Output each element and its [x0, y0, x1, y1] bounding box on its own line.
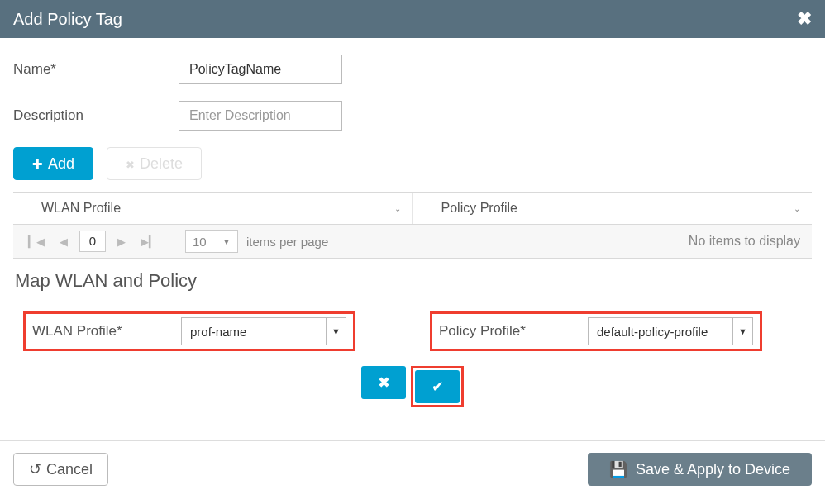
first-page-icon[interactable]: ▎◀ [25, 235, 48, 248]
chevron-down-icon: ⌄ [794, 204, 800, 213]
page-size-select[interactable]: 10 ▼ [185, 230, 238, 253]
grid-footer: ▎◀ ◀ 0 ▶ ▶▎ 10 ▼ items per page No items… [13, 225, 812, 258]
plus-icon [32, 155, 43, 173]
action-buttons: Add Delete [13, 147, 812, 192]
caret-down-icon: ▼ [326, 318, 346, 345]
policy-profile-group: Policy Profile* default-policy-profile ▼ [430, 311, 762, 351]
delete-button-label: Delete [140, 155, 183, 173]
modal-footer: ↺ Cancel 💾 Save & Apply to Device [0, 440, 825, 496]
add-button-label: Add [48, 155, 74, 173]
caret-down-icon: ▼ [222, 237, 231, 246]
wlan-profile-group: WLAN Profile* prof-name ▼ [23, 311, 355, 351]
close-icon[interactable]: ✖ [797, 8, 812, 30]
name-input[interactable] [179, 55, 342, 84]
policy-profile-select[interactable]: default-policy-profile ▼ [588, 317, 753, 345]
delete-button: Delete [107, 147, 202, 180]
add-button[interactable]: Add [13, 147, 93, 180]
description-input[interactable] [179, 101, 342, 131]
save-apply-button[interactable]: 💾 Save & Apply to Device [588, 453, 812, 486]
col-policy-label: Policy Profile [441, 201, 517, 216]
cancel-map-button[interactable]: ✖ [361, 366, 406, 399]
cancel-button-label: Cancel [46, 461, 93, 478]
x-icon: ✖ [378, 373, 390, 392]
col-wlan-label: WLAN Profile [41, 201, 121, 216]
grid-header: WLAN Profile ⌄ Policy Profile ⌄ [13, 193, 812, 225]
prev-page-icon[interactable]: ◀ [56, 235, 71, 248]
last-page-icon[interactable]: ▶▎ [137, 235, 160, 248]
page-size-value: 10 [193, 235, 207, 249]
save-icon: 💾 [609, 460, 627, 478]
col-wlan-profile[interactable]: WLAN Profile ⌄ [13, 193, 413, 224]
empty-message: No items to display [689, 234, 800, 249]
cancel-button[interactable]: ↺ Cancel [13, 453, 108, 486]
caret-down-icon: ▼ [732, 318, 752, 345]
next-page-icon[interactable]: ▶ [114, 235, 129, 248]
undo-icon: ↺ [29, 460, 41, 478]
confirm-map-button[interactable]: ✔ [415, 370, 460, 403]
map-section-title: Map WLAN and Policy [13, 259, 812, 311]
policy-profile-value: default-policy-profile [589, 325, 732, 339]
chevron-down-icon: ⌄ [394, 204, 401, 213]
map-row: WLAN Profile* prof-name ▼ Policy Profile… [13, 311, 812, 351]
x-icon [126, 155, 135, 173]
check-icon: ✔ [432, 378, 444, 396]
page-number-input[interactable]: 0 [79, 231, 106, 252]
confirm-row: ✖ ✔ [13, 366, 812, 407]
modal-body: Name* Description Add Delete WLAN Profil… [0, 38, 825, 417]
profile-grid: WLAN Profile ⌄ Policy Profile ⌄ ▎◀ ◀ 0 ▶… [13, 192, 812, 259]
wlan-profile-select[interactable]: prof-name ▼ [181, 317, 346, 345]
items-per-page-label: items per page [246, 235, 328, 249]
modal-title: Add Policy Tag [13, 10, 122, 29]
wlan-profile-value: prof-name [182, 325, 326, 339]
col-policy-profile[interactable]: Policy Profile ⌄ [413, 193, 813, 224]
modal-header: Add Policy Tag ✖ [0, 0, 825, 38]
wlan-profile-label: WLAN Profile* [32, 323, 165, 340]
confirm-highlight: ✔ [411, 366, 464, 407]
row-description: Description [13, 101, 812, 131]
policy-profile-label: Policy Profile* [439, 323, 571, 340]
row-name: Name* [13, 55, 812, 84]
name-label: Name* [13, 61, 179, 78]
save-button-label: Save & Apply to Device [636, 461, 790, 478]
description-label: Description [13, 107, 179, 124]
